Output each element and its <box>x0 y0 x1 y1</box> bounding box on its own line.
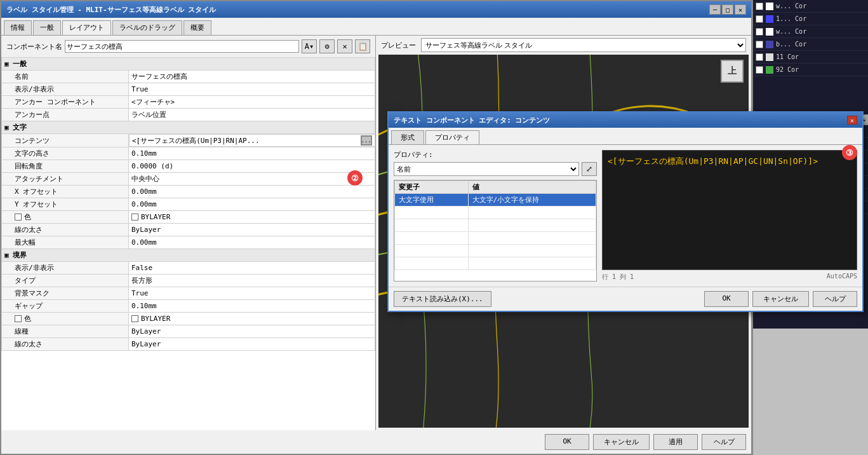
dialog-tabs: 形式 プロパティ <box>389 128 862 145</box>
window-title: ラベル スタイル管理 - MLIT-サーフェス等高線ラベル スタイル <box>6 5 216 15</box>
cursor-info: 行 1 列 1 AutoCAPS <box>602 273 857 282</box>
table-row: アンカー点 ラベル位置 <box>2 109 375 121</box>
table-row: 文字の高さ 0.10mm <box>2 147 375 160</box>
apply-button[interactable]: 適用 <box>653 434 698 450</box>
dialog-bottom-row: テキスト読み込み(X)... OK キャンセル ヘルプ <box>389 287 862 311</box>
tab-info[interactable]: 情報 <box>4 20 32 35</box>
bottom-buttons: OK キャンセル 適用 ヘルプ <box>1 430 751 454</box>
table-row[interactable]: 大文字使用 大文字/小文字を保持 <box>395 194 596 207</box>
table-row: アンカー コンポーネント <フィーチャ> <box>2 96 375 109</box>
minimize-button[interactable]: ─ <box>709 4 721 15</box>
delete-button[interactable]: ✕ <box>337 39 352 53</box>
properties-col: プロパティ: 名前 ⤢ 変更子 値 大 <box>394 150 597 282</box>
table-row: 線の太さ ByLayer <box>2 338 375 351</box>
table-row: X オフセット 0.00mm <box>2 186 375 198</box>
copy-button[interactable]: 📋 <box>355 39 370 53</box>
preview-text-content: <[サーフェスの標高(Um|P3|RN|AP|GC|UN|Sn|OF)]> <box>608 156 818 166</box>
preview-badge: 上 <box>721 60 744 83</box>
text-preview-area[interactable]: <[サーフェスの標高(Um|P3|RN|AP|GC|UN|Sn|OF)]> <box>602 150 857 270</box>
properties-label: プロパティ: <box>394 150 597 160</box>
property-table: ▣ 一般 名前 サーフェスの標高 表示/非表示 True アンカー コンポーネン… <box>1 57 375 430</box>
tab-layout[interactable]: レイアウト <box>62 20 111 35</box>
cad-layer-list-top: w... Cor 1... Cor w... Cor b... Cor 11 C… <box>753 0 868 114</box>
badge-3: ③ <box>842 145 857 160</box>
table-row: 表示/非表示 False <box>2 262 375 275</box>
table-row: ギャップ 0.10mm <box>2 300 375 313</box>
table-row: 表示/非表示 True <box>2 83 375 96</box>
dialog-ok-button[interactable]: OK <box>704 291 749 307</box>
row-col-info: 行 1 列 1 <box>602 273 634 282</box>
cancel-button[interactable]: キャンセル <box>593 434 650 450</box>
font-button[interactable]: A▾ <box>302 39 317 53</box>
table-row: 最大幅 0.00mm <box>2 236 375 249</box>
table-row <box>395 219 596 232</box>
list-item[interactable]: b... Cor <box>753 38 868 51</box>
table-row: 色 BYLAYER <box>2 313 375 325</box>
modifier-data-table: 変更子 値 大文字使用 大文字/小文字を保持 <box>394 180 596 270</box>
text-editor-dialog: テキスト コンポーネント エディタ: コンテンツ ✕ 形式 プロパティ プロパテ… <box>387 111 864 312</box>
table-row: コンテンツ <[サーフェスの標高(Um|P3|RN|AP... ... <box>2 134 375 147</box>
value-col-header: 値 <box>468 181 596 194</box>
table-row: タイプ 長方形 <box>2 275 375 287</box>
property-select[interactable]: 名前 <box>394 162 579 176</box>
modifier-table: 変更子 値 大文字使用 大文字/小文字を保持 <box>394 180 597 282</box>
property-icon-button[interactable]: ⤢ <box>582 162 597 176</box>
section-text-header: ▣ 文字 <box>2 121 375 134</box>
component-name-row: コンポーネント名 A▾ ⚙ ✕ 📋 <box>1 36 375 57</box>
table-row <box>395 207 596 219</box>
ok-button[interactable]: OK <box>545 434 589 450</box>
dialog-body: プロパティ: 名前 ⤢ 変更子 値 大 <box>389 145 862 287</box>
table-row <box>395 245 596 257</box>
list-item[interactable]: 1... Cor <box>753 13 868 25</box>
left-panel: コンポーネント名 A▾ ⚙ ✕ 📋 ▣ 一般 <box>1 36 376 430</box>
dialog-cancel-button[interactable]: キャンセル <box>752 291 809 307</box>
preview-header: プレビュー サーフェス等高線ラベル スタイル <box>376 36 751 55</box>
tabs-bar: 情報 一般 レイアウト ラベルのドラッグ 概要 <box>1 18 751 36</box>
autocaps-info: AutoCAPS <box>827 273 857 282</box>
tab-drag[interactable]: ラベルのドラッグ <box>112 20 182 35</box>
dialog-tab-properties[interactable]: プロパティ <box>425 130 479 144</box>
help-button[interactable]: ヘルプ <box>702 434 746 450</box>
preview-col: ③ <[サーフェスの標高(Um|P3|RN|AP|GC|UN|Sn|OF)]> … <box>602 150 857 282</box>
table-row: 背景マスク True <box>2 287 375 300</box>
list-item[interactable]: w... Cor <box>753 0 868 13</box>
table-row: 線種 ByLayer <box>2 325 375 338</box>
dialog-tab-format[interactable]: 形式 <box>391 130 424 144</box>
component-name-input[interactable] <box>65 40 299 53</box>
list-item[interactable]: 92 Cor <box>753 64 868 76</box>
table-row: Y オフセット 0.00mm <box>2 198 375 211</box>
properties-table: ▣ 一般 名前 サーフェスの標高 表示/非表示 True アンカー コンポーネン… <box>1 57 375 351</box>
dialog-title: テキスト コンポーネント エディタ: コンテンツ <box>394 116 551 125</box>
title-bar: ラベル スタイル管理 - MLIT-サーフェス等高線ラベル スタイル ─ □ ✕ <box>1 1 751 18</box>
dialog-action-buttons: OK キャンセル ヘルプ <box>704 291 857 307</box>
modifier-col-header: 変更子 <box>395 181 469 194</box>
section-boundary-header: ▣ 境界 <box>2 249 375 262</box>
tab-general[interactable]: 一般 <box>33 20 61 35</box>
text-load-button[interactable]: テキスト読み込み(X)... <box>394 291 491 307</box>
dialog-close-button[interactable]: ✕ <box>847 116 857 125</box>
table-row: 回転角度 0.0000 (d) <box>2 160 375 173</box>
table-row: 線の太さ ByLayer <box>2 224 375 236</box>
style-select[interactable]: サーフェス等高線ラベル スタイル <box>421 38 746 52</box>
table-row <box>395 257 596 270</box>
prop-select-row: 名前 ⤢ <box>394 162 597 176</box>
list-item[interactable]: 11 Cor <box>753 51 868 64</box>
tab-summary[interactable]: 概要 <box>184 20 211 35</box>
table-row <box>395 232 596 245</box>
settings-button[interactable]: ⚙ <box>319 39 335 53</box>
preview-label: プレビュー <box>381 41 416 50</box>
section-general-header: ▣ 一般 <box>2 58 375 71</box>
dialog-help-button[interactable]: ヘルプ <box>813 291 857 307</box>
title-bar-buttons: ─ □ ✕ <box>709 4 746 15</box>
table-row: 名前 サーフェスの標高 <box>2 71 375 83</box>
dialog-title-bar: テキスト コンポーネント エディタ: コンテンツ ✕ <box>389 112 862 128</box>
content-value: <[サーフェスの標高(Um|P3|RN|AP... <box>132 136 260 146</box>
content-edit-button[interactable]: ... <box>361 135 372 146</box>
maximize-button[interactable]: □ <box>722 4 733 15</box>
list-item[interactable]: w... Cor <box>753 25 868 38</box>
component-name-label: コンポーネント名 <box>6 42 62 51</box>
table-row: アタッチメント 中央中心 <box>2 173 375 186</box>
close-button[interactable]: ✕ <box>735 4 746 15</box>
table-row: 色 BYLAYER <box>2 211 375 224</box>
badge-2: ② <box>347 170 363 186</box>
